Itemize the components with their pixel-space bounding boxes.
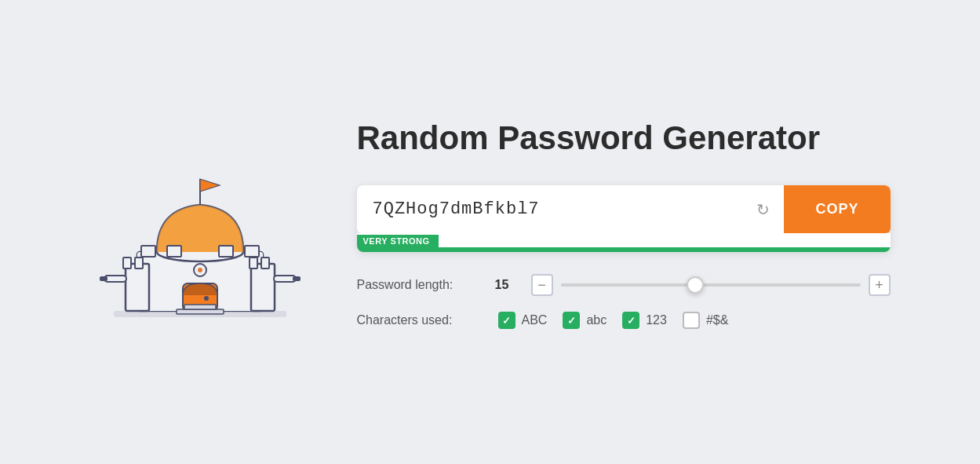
char-label-numbers: 123: [646, 313, 667, 327]
controls: Password length: 15 − + Char: [357, 274, 891, 329]
slider-thumb[interactable]: [687, 276, 704, 294]
page-title: Random Password Generator: [357, 119, 891, 157]
checkbox-uppercase[interactable]: [498, 312, 516, 329]
svg-rect-10: [100, 276, 107, 281]
refresh-icon: ↻: [756, 200, 770, 219]
length-value: 15: [495, 278, 519, 292]
increment-button[interactable]: +: [869, 274, 891, 296]
char-option-uppercase[interactable]: ABC: [498, 312, 548, 329]
length-control-row: Password length: 15 − +: [357, 274, 891, 296]
password-card: ↻ COPY VERY STRONG: [357, 185, 891, 252]
fortress-illustration: [90, 130, 310, 334]
svg-rect-16: [141, 246, 155, 257]
svg-point-23: [198, 268, 202, 272]
slider-container: − +: [531, 274, 891, 296]
char-label-lowercase: abc: [586, 313, 607, 327]
characters-control-row: Characters used: ABC abc 123 #$&: [357, 312, 891, 329]
svg-rect-19: [245, 246, 259, 257]
strength-section: VERY STRONG: [357, 233, 891, 252]
svg-rect-17: [167, 246, 181, 257]
copy-button[interactable]: COPY: [784, 185, 890, 233]
strength-bar-container: [357, 247, 891, 252]
char-label-uppercase: ABC: [522, 313, 548, 327]
svg-rect-14: [274, 276, 296, 282]
svg-rect-6: [126, 264, 149, 311]
strength-bar-fill: [357, 247, 891, 252]
right-panel: Random Password Generator ↻ COPY VERY ST…: [357, 119, 891, 345]
svg-rect-7: [123, 258, 131, 269]
length-label: Password length:: [357, 278, 483, 292]
slider-fill: [561, 283, 696, 287]
svg-rect-24: [177, 309, 224, 314]
minus-icon: −: [537, 277, 546, 294]
plus-icon: +: [875, 277, 883, 294]
svg-rect-25: [184, 305, 216, 309]
svg-rect-18: [219, 246, 233, 257]
svg-marker-5: [200, 179, 220, 192]
svg-rect-9: [104, 276, 126, 282]
char-option-numbers[interactable]: 123: [622, 312, 667, 329]
main-container: Random Password Generator ↻ COPY VERY ST…: [59, 88, 922, 376]
svg-rect-13: [261, 258, 269, 269]
characters-label: Characters used:: [357, 313, 483, 327]
svg-rect-15: [293, 276, 301, 281]
checkbox-lowercase[interactable]: [563, 312, 580, 329]
checkbox-symbols[interactable]: [683, 312, 700, 329]
slider-track: [561, 283, 861, 287]
char-option-symbols[interactable]: #$&: [683, 312, 728, 329]
decrement-button[interactable]: −: [531, 274, 553, 296]
refresh-button[interactable]: ↻: [742, 185, 784, 233]
svg-rect-8: [135, 258, 143, 269]
strength-label: VERY STRONG: [357, 235, 439, 247]
char-option-lowercase[interactable]: abc: [563, 312, 607, 329]
svg-rect-11: [251, 264, 275, 311]
svg-rect-12: [250, 258, 257, 269]
password-row: ↻ COPY: [357, 185, 891, 233]
char-label-symbols: #$&: [706, 313, 728, 327]
password-field[interactable]: [357, 185, 743, 233]
svg-point-21: [204, 296, 209, 301]
checkbox-numbers[interactable]: [622, 312, 639, 329]
